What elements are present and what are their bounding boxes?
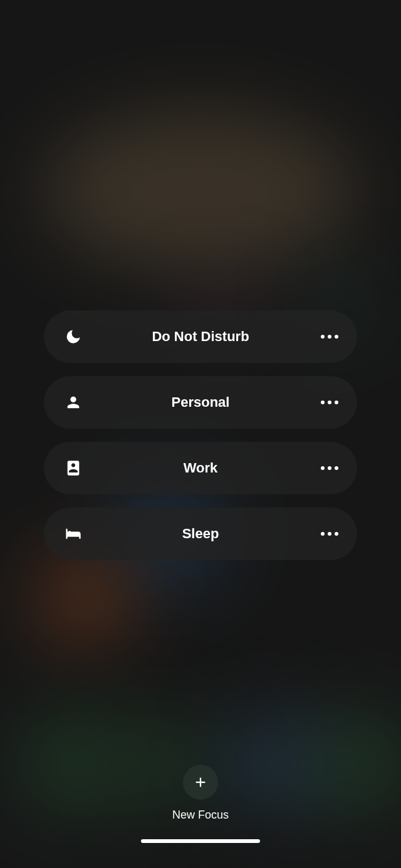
person-icon	[64, 394, 83, 411]
bottom-area: New Focus	[0, 765, 401, 843]
focus-label: Personal	[44, 394, 357, 411]
new-focus-button[interactable]	[183, 765, 218, 800]
new-focus-label: New Focus	[172, 809, 229, 822]
focus-item-do-not-disturb[interactable]: Do Not Disturb	[44, 310, 357, 363]
more-options-button[interactable]	[321, 335, 338, 339]
more-options-button[interactable]	[321, 401, 338, 404]
bed-icon	[64, 525, 83, 543]
focus-item-personal[interactable]: Personal	[44, 376, 357, 429]
plus-icon	[194, 775, 207, 789]
home-indicator[interactable]	[141, 839, 260, 843]
focus-mode-list: Do Not Disturb Personal Work	[44, 310, 357, 560]
focus-item-sleep[interactable]: Sleep	[44, 508, 357, 560]
focus-label: Do Not Disturb	[44, 329, 357, 345]
focus-label: Sleep	[44, 526, 357, 542]
more-options-button[interactable]	[321, 466, 338, 470]
more-options-button[interactable]	[321, 532, 338, 536]
badge-icon	[64, 459, 83, 477]
focus-label: Work	[44, 460, 357, 476]
focus-item-work[interactable]: Work	[44, 442, 357, 494]
moon-icon	[64, 328, 83, 345]
